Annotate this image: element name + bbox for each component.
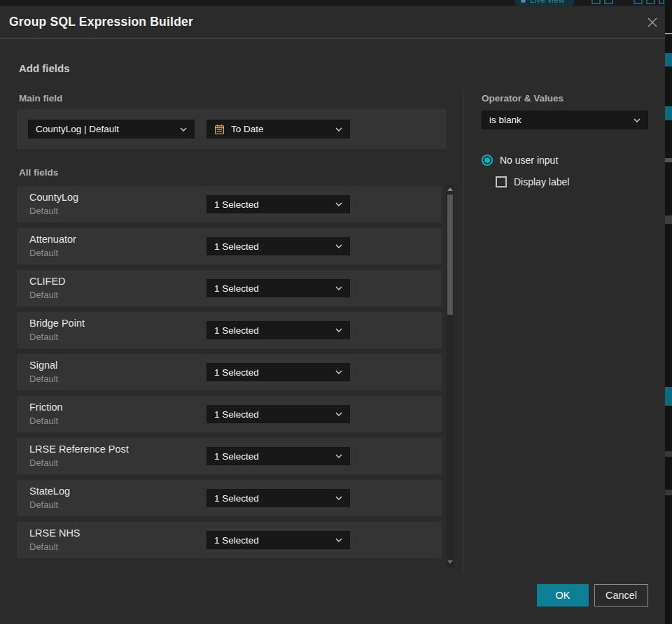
field-subtitle: Default	[29, 248, 58, 258]
toolbar-icon-button[interactable]	[592, 0, 601, 4]
field-selected-dropdown[interactable]: 1 Selected	[206, 195, 350, 213]
field-subtitle: Default	[29, 499, 58, 510]
field-name: CLIFED	[29, 276, 66, 287]
toolbar-icon-button[interactable]	[604, 0, 613, 4]
field-selected-dropdown[interactable]: 1 Selected	[206, 447, 350, 465]
toolbar-icon-button[interactable]	[646, 0, 655, 4]
checkbox-icon	[496, 176, 507, 187]
field-selected-dropdown[interactable]: 1 Selected	[206, 531, 350, 549]
scroll-down-arrow-icon[interactable]	[447, 560, 453, 564]
no-user-input-radio[interactable]: No user input	[482, 155, 558, 166]
field-subtitle: Default	[29, 541, 58, 552]
fields-scrollbar[interactable]	[446, 185, 454, 568]
chevron-down-icon	[335, 370, 342, 374]
field-selected-value: 1 Selected	[214, 493, 330, 504]
field-subtitle: Default	[29, 290, 58, 300]
live-view-dot-icon	[521, 0, 526, 3]
operator-select-value: is blank	[489, 115, 628, 125]
field-selected-dropdown[interactable]: 1 Selected	[206, 279, 350, 297]
main-field-panel: CountyLog | Default To Date	[17, 109, 447, 149]
field-row[interactable]: LRSE NHS Default 1 Selected	[17, 522, 442, 558]
close-button[interactable]	[644, 14, 661, 31]
chevron-down-icon	[335, 127, 342, 132]
chevron-down-icon	[335, 286, 342, 290]
chevron-down-icon	[335, 412, 342, 416]
chevron-down-icon	[335, 454, 342, 458]
cancel-button[interactable]: Cancel	[594, 584, 648, 607]
live-view-label: Live view	[530, 0, 564, 5]
field-selected-value: 1 Selected	[214, 241, 330, 252]
toolbar-icon-button[interactable]	[634, 0, 643, 4]
field-selected-value: 1 Selected	[214, 199, 330, 210]
display-label-label: Display label	[514, 176, 569, 187]
field-name: Bridge Point	[29, 318, 85, 329]
field-row[interactable]: Friction Default 1 Selected	[17, 396, 442, 432]
field-name: StateLog	[29, 485, 70, 497]
field-selected-dropdown[interactable]: 1 Selected	[206, 405, 350, 423]
field-name: LRSE NHS	[29, 527, 80, 539]
all-fields-list: CountyLog Default 1 Selected Attenuator …	[17, 186, 442, 564]
main-field-label: Main field	[19, 93, 62, 104]
field-row[interactable]: LRSE Reference Post Default 1 Selected	[17, 438, 442, 474]
dialog-header: Group SQL Expression Builder	[0, 6, 665, 38]
field-selected-value: 1 Selected	[214, 367, 330, 378]
toolbar-icon-button[interactable]	[659, 0, 664, 4]
group-sql-expression-builder-dialog: Group SQL Expression Builder Add fields …	[0, 6, 665, 624]
display-label-checkbox[interactable]: Display label	[496, 176, 569, 187]
main-field-type-value: To Date	[231, 124, 330, 134]
chevron-down-icon	[335, 202, 342, 206]
field-row[interactable]: CountyLog Default 1 Selected	[17, 186, 442, 222]
scrollbar-thumb[interactable]	[447, 194, 453, 315]
all-fields-label: All fields	[19, 167, 58, 178]
main-field-type-select[interactable]: To Date	[206, 120, 350, 139]
field-selected-value: 1 Selected	[214, 535, 330, 546]
field-row[interactable]: Bridge Point Default 1 Selected	[17, 312, 442, 348]
field-selected-dropdown[interactable]: 1 Selected	[206, 321, 350, 339]
field-name: LRSE Reference Post	[29, 444, 129, 455]
main-field-select[interactable]: CountyLog | Default	[28, 120, 195, 139]
scroll-up-arrow-icon[interactable]	[447, 187, 453, 191]
field-row[interactable]: CLIFED Default 1 Selected	[17, 270, 442, 306]
field-selected-value: 1 Selected	[214, 325, 330, 336]
ok-button[interactable]: OK	[537, 584, 589, 607]
field-subtitle: Default	[29, 458, 58, 468]
field-selected-dropdown[interactable]: 1 Selected	[206, 363, 350, 381]
field-row[interactable]: Signal Default 1 Selected	[17, 354, 442, 390]
operator-values-label: Operator & Values	[482, 93, 564, 104]
field-row[interactable]: StateLog Default 1 Selected	[17, 480, 442, 516]
operator-select[interactable]: is blank	[482, 111, 648, 129]
field-name: Signal	[29, 360, 57, 371]
dialog-title: Group SQL Expression Builder	[9, 6, 193, 38]
column-divider	[463, 90, 463, 571]
field-subtitle: Default	[29, 332, 58, 342]
field-subtitle: Default	[29, 374, 58, 384]
field-name: Friction	[29, 402, 63, 413]
radio-icon	[482, 155, 493, 166]
close-icon	[647, 17, 658, 28]
chevron-down-icon	[335, 496, 342, 500]
field-selected-dropdown[interactable]: 1 Selected	[206, 489, 350, 507]
field-selected-value: 1 Selected	[214, 409, 330, 420]
field-subtitle: Default	[29, 206, 58, 216]
field-row[interactable]: Attenuator Default 1 Selected	[17, 228, 442, 264]
field-selected-dropdown[interactable]: 1 Selected	[206, 237, 350, 255]
chevron-down-icon	[335, 244, 342, 248]
backdrop-sidebar	[665, 0, 672, 624]
no-user-input-label: No user input	[500, 155, 558, 166]
chevron-down-icon	[335, 538, 342, 542]
main-field-select-value: CountyLog | Default	[36, 124, 174, 134]
live-view-toggle[interactable]: Live view	[514, 0, 575, 6]
chevron-down-icon	[335, 328, 342, 332]
calendar-icon	[214, 124, 225, 135]
chevron-down-icon	[634, 118, 640, 122]
field-subtitle: Default	[29, 416, 58, 426]
field-selected-value: 1 Selected	[214, 283, 330, 294]
field-name: CountyLog	[29, 192, 78, 203]
field-name: Attenuator	[29, 234, 76, 245]
backdrop-toolbar: Live view	[0, 0, 665, 6]
add-fields-heading: Add fields	[19, 62, 70, 74]
field-selected-value: 1 Selected	[214, 451, 330, 462]
chevron-down-icon	[180, 127, 187, 132]
